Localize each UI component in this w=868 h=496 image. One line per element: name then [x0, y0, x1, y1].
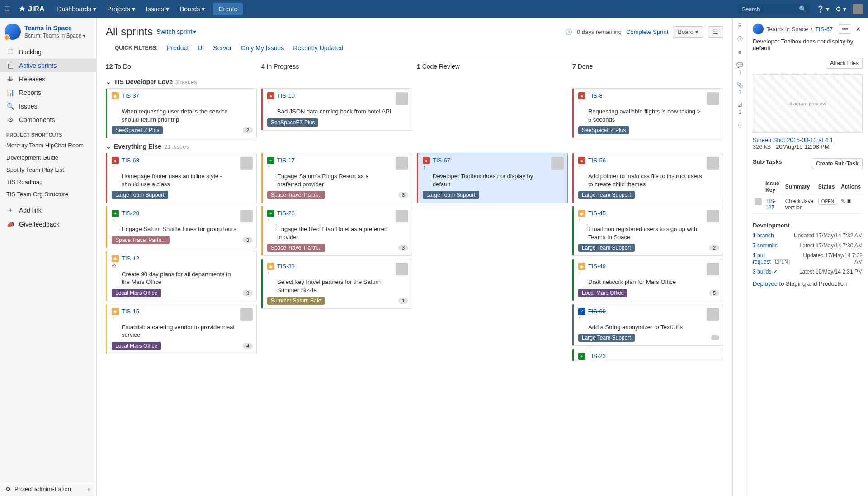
qf-ui[interactable]: UI [198, 44, 204, 52]
qf-product[interactable]: Product [167, 44, 189, 52]
issue-card[interactable]: ●TIS-68 ↑ Homepage footer uses an inline… [106, 153, 257, 203]
rail-attachments-icon[interactable]: 📎1 [736, 82, 743, 95]
edit-icon[interactable]: ✎ [841, 198, 845, 204]
board-dropdown[interactable]: Board ▾ [673, 26, 703, 38]
rail-description-icon[interactable]: ≡ [738, 49, 741, 56]
jira-logo[interactable]: JIRA [18, 5, 44, 13]
assignee-avatar[interactable] [707, 308, 719, 321]
epic-badge[interactable]: Local Mars Office [578, 289, 627, 297]
rail-dev-icon[interactable]: {} [738, 122, 741, 128]
nav-dashboards[interactable]: Dashboards ▾ [52, 3, 101, 15]
scroll-top-button[interactable]: ☰ [708, 26, 723, 38]
swimlane-everything-else[interactable]: ⌄ Everything Else 21 issues [106, 138, 723, 153]
shortcut-item[interactable]: Mercury Team HipChat Room [0, 139, 96, 151]
issue-key[interactable]: TIS-56 [588, 157, 606, 164]
issue-card[interactable]: ●TIS-56 ↑ Add pointer to main css file t… [572, 153, 723, 203]
issue-key[interactable]: TIS-12 [122, 255, 139, 262]
add-link[interactable]: ＋Add link [0, 203, 96, 217]
issue-card[interactable]: ◆TIS-49 ↑ Draft network plan for Mars Of… [572, 259, 723, 301]
qf-recent[interactable]: Recently Updated [293, 44, 343, 52]
assignee-avatar[interactable] [707, 157, 719, 170]
give-feedback[interactable]: 📣Give feedback [0, 217, 96, 231]
epic-badge[interactable]: Space Travel Partn... [267, 191, 325, 199]
shortcut-item[interactable]: TIS Roadmap [0, 176, 96, 188]
epic-badge[interactable]: SeeSpaceEZ Plus [112, 126, 163, 134]
help-icon[interactable]: ❔ ▾ [816, 5, 829, 13]
project-name[interactable]: Teams in Space [24, 24, 85, 32]
issue-key[interactable]: TIS-33 [277, 263, 295, 269]
assignee-avatar[interactable] [707, 92, 719, 105]
nav-issues[interactable]: Issues ▾ [142, 3, 174, 15]
issue-key[interactable]: TIS-49 [588, 263, 606, 269]
detail-issue-key[interactable]: TIS-67 [815, 26, 833, 33]
assignee-avatar[interactable] [707, 210, 719, 222]
sidebar-reports[interactable]: 📊Reports [0, 86, 96, 99]
swimlane-dev-love[interactable]: ⌄ TIS Developer Love 3 issues [106, 74, 723, 88]
deployed-link[interactable]: Deployed [753, 280, 778, 287]
assignee-avatar[interactable] [396, 92, 408, 105]
issue-key[interactable]: TIS-26 [277, 210, 295, 217]
dev-builds-link[interactable]: 3 builds ✔ [753, 269, 778, 275]
app-switcher-icon[interactable]: ☰ [5, 5, 14, 13]
sidebar-active-sprints[interactable]: ▥Active sprints [0, 59, 96, 72]
issue-card[interactable]: ＋TIS-17 ↑ Engage Saturn's Rings Resort a… [261, 153, 412, 203]
collapse-sidebar-icon[interactable]: « [88, 486, 91, 492]
issue-key[interactable]: TIS-17 [277, 157, 295, 164]
sidebar-components[interactable]: ⚙Components [0, 113, 96, 127]
epic-badge[interactable]: Large Team Support [423, 191, 479, 199]
rail-drag-icon[interactable]: ⠿ [738, 23, 742, 29]
detail-project[interactable]: Teams in Space [766, 26, 808, 33]
issue-key[interactable]: TIS-37 [122, 92, 139, 99]
issue-card[interactable]: ◆TIS-37 ↑ When requesting user details t… [106, 88, 257, 138]
rail-comments-icon[interactable]: 💬1 [736, 62, 743, 76]
issue-key[interactable]: TIS-69 [588, 308, 606, 315]
shortcut-item[interactable]: TIS Team Org Structure [0, 188, 96, 200]
issue-card[interactable]: ＋TIS-26 ↑ Engage the Red Titan Hotel as … [261, 206, 412, 256]
assignee-avatar[interactable] [707, 263, 719, 275]
epic-badge[interactable]: SeeSpaceEZ Plus [267, 118, 318, 127]
global-search[interactable]: 🔍 [738, 4, 810, 14]
issue-key[interactable]: TIS-10 [277, 92, 295, 99]
project-admin-link[interactable]: Project administration [14, 486, 71, 492]
assignee-avatar[interactable] [240, 308, 253, 321]
nav-projects[interactable]: Projects ▾ [103, 3, 140, 15]
attachment-thumbnail[interactable]: diagram preview [753, 74, 863, 133]
issue-card[interactable]: ＋TIS-23 [572, 349, 723, 361]
assignee-avatar[interactable] [240, 210, 253, 222]
dev-branch-link[interactable]: 1 branch [753, 232, 774, 239]
assignee-avatar[interactable] [396, 157, 408, 170]
sidebar-releases[interactable]: ⛴Releases [0, 72, 96, 86]
issue-card[interactable]: ◆TIS-33 ↑ Select key travel partners for… [261, 259, 412, 309]
issue-card[interactable]: ◆TIS-15 ↑ Establish a catering vendor to… [106, 304, 257, 354]
epic-badge[interactable]: SeeSpaceEZ Plus [578, 126, 629, 134]
issue-card[interactable]: ✓TIS-69 ↑ Add a String anonymizer to Tex… [572, 304, 723, 346]
create-button[interactable]: Create [213, 3, 243, 15]
qf-server[interactable]: Server [213, 44, 231, 52]
shortcut-item[interactable]: Development Guide [0, 151, 96, 164]
project-type[interactable]: Scrum: Teams in Space ▾ [24, 33, 85, 39]
epic-badge[interactable]: Local Mars Office [112, 342, 161, 350]
user-avatar[interactable] [853, 4, 863, 14]
dev-pr-link[interactable]: 1 pull requestOPEN [753, 252, 800, 265]
issue-card[interactable]: ◆TIS-12 ⊘ Create 90 day plans for all de… [106, 251, 257, 301]
epic-badge[interactable]: Large Team Support [578, 244, 635, 252]
assignee-avatar[interactable] [396, 263, 408, 275]
rail-subtasks-icon[interactable]: ☑1 [737, 102, 742, 115]
sidebar-issues[interactable]: 🔍Issues [0, 99, 96, 113]
assignee-avatar[interactable] [396, 210, 408, 222]
subtask-key[interactable]: TIS-127 [765, 198, 776, 211]
nav-boards[interactable]: Boards ▾ [175, 3, 209, 15]
epic-badge[interactable]: Space Travel Partn... [267, 244, 325, 252]
delete-icon[interactable]: ✖ [847, 198, 851, 204]
search-input[interactable] [741, 6, 799, 13]
issue-key[interactable]: TIS-20 [122, 210, 139, 217]
epic-badge[interactable]: Local Mars Office [112, 289, 161, 297]
issue-key[interactable]: TIS-15 [122, 308, 139, 315]
create-subtask-button[interactable]: Create Sub-Task [812, 158, 863, 169]
epic-badge[interactable]: Summer Saturn Sale [267, 297, 325, 305]
epic-badge[interactable]: Space Travel Partn... [112, 236, 170, 244]
assignee-avatar[interactable] [551, 157, 564, 170]
close-detail-icon[interactable]: ✕ [854, 25, 863, 33]
rail-info-icon[interactable]: ⓘ [737, 35, 743, 43]
issue-card-selected[interactable]: ●TIS-67 ↑ Developer Toolbox does not dis… [417, 153, 568, 203]
